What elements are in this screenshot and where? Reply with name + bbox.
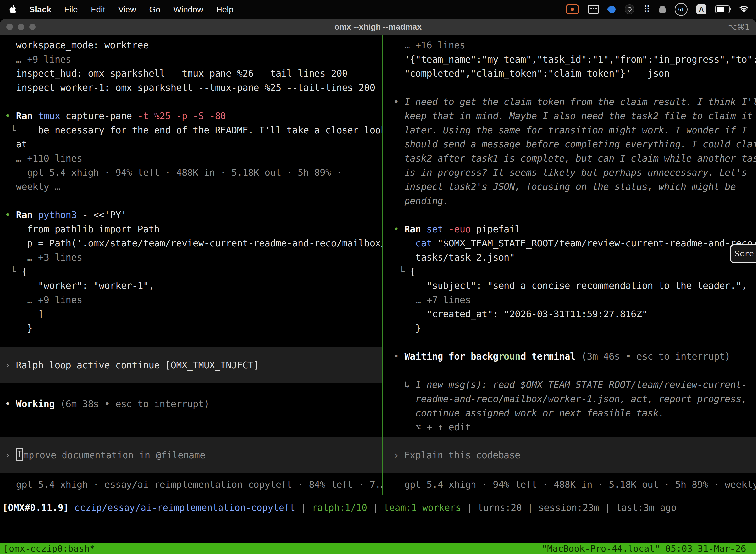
text-segment: at bbox=[5, 139, 27, 150]
working-status: • Working (6m 38s • esc to interrupt) bbox=[0, 397, 382, 411]
terminal-line: cat "$OMX_TEAM_STATE_ROOT/team/review-cu… bbox=[383, 236, 756, 251]
text-segment bbox=[443, 224, 449, 234]
terminal-line: … +9 lines bbox=[0, 293, 382, 307]
droplet-icon[interactable] bbox=[608, 3, 616, 15]
text-segment: I need to get the claim token from the c… bbox=[404, 97, 756, 107]
text-segment: └ bbox=[5, 125, 16, 135]
text-segment: pending. bbox=[393, 196, 449, 206]
terminal-line: '{"team_name":"my-team","task_id":"1","f… bbox=[383, 52, 756, 66]
window-title-bar[interactable]: omx --xhigh --madmax ⌥⌘1 bbox=[0, 19, 756, 35]
terminal-line: … +110 lines bbox=[0, 151, 382, 166]
screen-recording-icon[interactable] bbox=[566, 3, 579, 15]
text-segment: | bbox=[461, 502, 478, 513]
terminal-line: … +3 lines bbox=[0, 251, 382, 265]
text-segment: { bbox=[21, 266, 27, 277]
left-scrollback: workspace_mode: worktree … +9 lines insp… bbox=[0, 38, 382, 335]
text-segment: weekly … bbox=[5, 181, 60, 192]
menu-item-slack[interactable]: Slack bbox=[29, 5, 51, 14]
menu-item-edit[interactable]: Edit bbox=[91, 5, 106, 14]
text-segment: -t %25 -p -S -80 bbox=[138, 111, 226, 121]
menu-bar: Slack File Edit View Go Window Help ⠿ 61… bbox=[0, 0, 756, 19]
keyboard-grid-icon[interactable] bbox=[588, 3, 599, 15]
terminal-line bbox=[0, 194, 382, 208]
inject-status-band: › Ralph loop active continue [OMX_TMUX_I… bbox=[0, 347, 382, 383]
text-segment: inspect task2's JSON, focusing on the st… bbox=[393, 181, 736, 192]
text-segment: … +7 lines bbox=[393, 295, 471, 305]
traffic-lights bbox=[0, 23, 36, 30]
tmux-status-bar: [omx-cczip0:bash* "MacBook-Pro-44.local"… bbox=[0, 543, 756, 554]
dots-grid-icon[interactable]: ⠿ bbox=[643, 3, 650, 15]
terminal-line: should send a message before completing … bbox=[383, 137, 756, 151]
tmux-pane-right[interactable]: … +16 lines '{"team_name":"my-team","tas… bbox=[383, 35, 756, 495]
text-segment: "subject": "send a concise recommendatio… bbox=[393, 280, 747, 291]
text-segment: (3m 46s • esc to interrupt) bbox=[581, 351, 730, 362]
terminal-line: is in progress? It seems likely but perh… bbox=[383, 166, 756, 180]
tmux-pane-left[interactable]: workspace_mode: worktree … +9 lines insp… bbox=[0, 35, 382, 495]
tmux-host-clock: "MacBook-Pro-44.local" 05:03 31-Mar-26 bbox=[542, 543, 753, 554]
wifi-icon[interactable] bbox=[739, 3, 749, 15]
terminal-line bbox=[383, 81, 756, 95]
dark-app-icon[interactable] bbox=[625, 3, 634, 15]
ghost-icon[interactable] bbox=[659, 3, 666, 15]
close-button[interactable] bbox=[6, 23, 13, 30]
text-segment: 1 new msg(s): read $OMX_TEAM_STATE_ROOT/… bbox=[416, 380, 747, 390]
text-segment: p = Path('.omx/state/team/review-current… bbox=[5, 238, 382, 249]
terminal-line: } bbox=[383, 321, 756, 335]
terminal-window: omx --xhigh --madmax ⌥⌘1 workspace_mode:… bbox=[0, 19, 756, 554]
text-segment: inspect_worker-1: omx sparkshell --tmux-… bbox=[5, 82, 375, 93]
terminal-line: } bbox=[0, 321, 382, 335]
terminal-line: pending. bbox=[383, 194, 756, 208]
terminal-line: • Ran tmux capture-pane -t %25 -p -S -80 bbox=[0, 109, 382, 123]
terminal-line: inspect_worker-1: omx sparkshell --tmux-… bbox=[0, 81, 382, 95]
text-segment: Ran bbox=[16, 210, 38, 220]
text-segment: tasks/task-2.json" bbox=[393, 252, 515, 263]
minimize-button[interactable] bbox=[18, 23, 24, 30]
text-segment: pipefail bbox=[471, 224, 520, 234]
input-source-icon[interactable]: A bbox=[696, 3, 706, 15]
terminal-line bbox=[0, 95, 382, 109]
chevron-icon: › bbox=[5, 360, 10, 371]
terminal-line: … +16 lines bbox=[383, 38, 756, 52]
terminal-line: inspect task2's JSON, focusing on the st… bbox=[383, 180, 756, 194]
terminal-line: • Waiting for background terminal (3m 46… bbox=[383, 349, 756, 364]
text-segment: "$OMX_TEAM_STATE_ROOT/team/review-curren… bbox=[432, 238, 756, 249]
screen-share-notification[interactable]: Scre bbox=[730, 244, 756, 263]
menu-item-go[interactable]: Go bbox=[149, 5, 160, 14]
text-segment: gpt-5.4 xhigh · 94% left · 488K in · 5.1… bbox=[393, 479, 756, 490]
text-segment: cczip/essay/ai-reimplementation-copyleft bbox=[74, 502, 296, 513]
zoom-button[interactable] bbox=[29, 23, 36, 30]
terminal-line: from pathlib import Path bbox=[0, 222, 382, 236]
terminal-line: … +7 lines bbox=[383, 293, 756, 307]
tmux-session-label: [omx-cczip0:bash* bbox=[3, 543, 95, 554]
terminal-line: • Working (6m 38s • esc to interrupt) bbox=[0, 397, 382, 411]
text-segment: • bbox=[393, 97, 404, 107]
suggestion-input[interactable]: › Explain this codebase bbox=[383, 437, 756, 473]
terminal-line: weekly … bbox=[0, 180, 382, 194]
apple-menu-icon[interactable] bbox=[8, 4, 18, 14]
terminal-line: readme-and-reco/mailbox/worker-1.json, a… bbox=[383, 392, 756, 406]
status-gap bbox=[0, 520, 756, 543]
battery-gauge-icon[interactable]: 61 bbox=[675, 3, 688, 15]
terminal-line: "created_at": "2026-03-31T11:59:27.816Z" bbox=[383, 307, 756, 321]
right-bottom: › Explain this codebase gpt-5.4 xhigh · … bbox=[383, 437, 756, 495]
prompt-placeholder: mprove documentation in @filename bbox=[23, 450, 205, 461]
terminal-line: later. Using the same for transition mig… bbox=[383, 123, 756, 137]
text-segment: … +3 lines bbox=[5, 252, 82, 263]
text-segment: be necessary for the end of the README. … bbox=[16, 125, 382, 135]
terminal-line bbox=[383, 335, 756, 349]
menu-items: Slack File Edit View Go Window Help bbox=[29, 5, 234, 14]
menu-item-view[interactable]: View bbox=[118, 5, 136, 14]
text-segment: ralph:1/10 bbox=[312, 502, 367, 513]
text-segment: (6m 38s • esc to interrupt) bbox=[55, 399, 209, 409]
window-shortcut-badge: ⌥⌘1 bbox=[728, 22, 756, 31]
terminal-line: p = Path('.omx/state/team/review-current… bbox=[0, 236, 382, 251]
window-title: omx --xhigh --madmax bbox=[0, 22, 756, 32]
battery-icon[interactable] bbox=[715, 3, 730, 15]
prompt-input[interactable]: › I mprove documentation in @filename bbox=[0, 437, 382, 473]
text-segment: Ran bbox=[16, 111, 38, 121]
text-segment: | bbox=[367, 502, 384, 513]
menu-item-window[interactable]: Window bbox=[173, 5, 203, 14]
menu-bar-status-icons: ⠿ 61 A bbox=[566, 3, 756, 15]
menu-item-help[interactable]: Help bbox=[216, 5, 234, 14]
menu-item-file[interactable]: File bbox=[64, 5, 78, 14]
